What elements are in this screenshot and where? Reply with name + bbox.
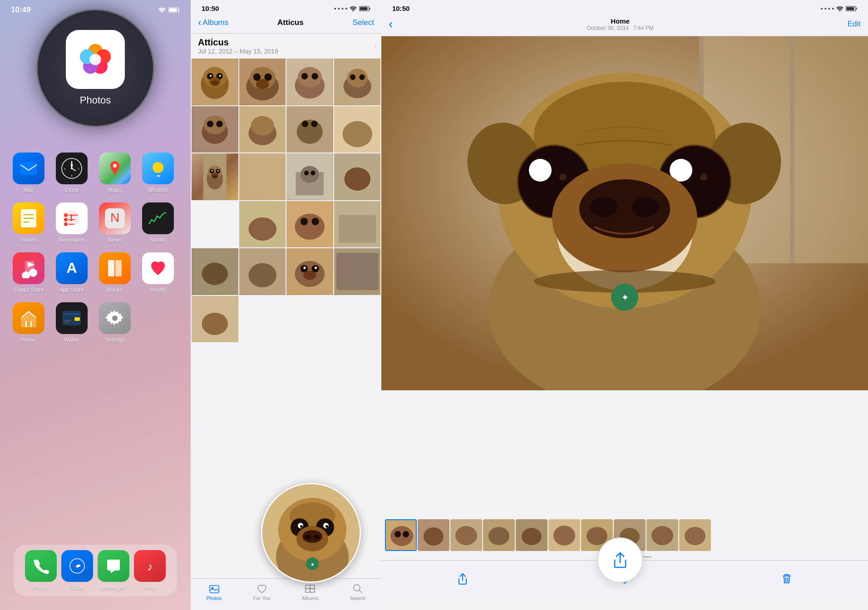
photo-cell-10[interactable] [239, 153, 286, 200]
strip-photo-2[interactable] [418, 519, 449, 551]
share-button-circle[interactable] [597, 537, 643, 583]
albums-back-button[interactable]: ‹ Albums [198, 17, 228, 29]
delete-action[interactable] [773, 565, 800, 592]
photos-tab-icon [209, 583, 220, 594]
settings-icon [105, 309, 124, 328]
svg-point-204 [488, 527, 509, 545]
app-icon-maps[interactable]: Maps [95, 152, 134, 193]
app-icon-books[interactable]: Books [95, 252, 134, 293]
strip-photo-6[interactable] [548, 519, 580, 551]
dock-music[interactable]: ♪ Music [134, 550, 166, 591]
strip-photo-10[interactable] [679, 519, 711, 551]
svg-point-121 [295, 213, 325, 239]
photo-cell-20[interactable] [192, 296, 238, 343]
svg-point-51 [112, 315, 118, 321]
strip-photo-4[interactable] [483, 519, 515, 551]
strip-thumb-3 [450, 519, 482, 551]
dock-safari[interactable]: Safari [61, 550, 93, 591]
svg-rect-47 [63, 314, 81, 315]
svg-point-182 [529, 159, 552, 182]
photo-cell-17[interactable] [239, 248, 286, 295]
main-photo-area[interactable]: ✦ [381, 36, 868, 390]
app-icon-itunes[interactable]: iTunes Store [9, 252, 48, 293]
app-icon-wallet[interactable]: Wallet [52, 302, 91, 343]
pug-thumb-9 [192, 153, 238, 200]
photo-cell-2[interactable] [239, 59, 286, 105]
app-icon-notes[interactable]: Notes [9, 202, 48, 243]
strip-photo-selected[interactable] [385, 519, 417, 551]
albums-select-button[interactable]: Select [353, 18, 374, 27]
svg-point-80 [311, 73, 318, 79]
app-icon-health[interactable]: Health [138, 252, 177, 293]
svg-point-140 [202, 312, 228, 335]
app-label-stocks: Stocks [149, 237, 166, 243]
app-icon-clock[interactable]: 12 6 9 3 Clock [52, 152, 91, 193]
app-icon-weather[interactable]: ☁ Weather [138, 152, 177, 193]
svg-point-185 [700, 173, 707, 181]
svg-point-202 [455, 526, 477, 545]
app-icon-settings[interactable]: Settings [95, 302, 134, 343]
app-icon-stocks[interactable]: Stocks [138, 202, 177, 243]
photo-cell-4[interactable] [334, 59, 381, 105]
svg-point-89 [207, 120, 213, 127]
app-label-mail: Mail [23, 187, 33, 193]
photo-cell-12[interactable] [334, 153, 381, 200]
albums-status-right: • • • • [334, 5, 370, 12]
dock-phone[interactable]: Phone [25, 550, 57, 591]
share-action[interactable] [449, 565, 476, 592]
detail-edit-button[interactable]: Edit [848, 20, 861, 29]
photo-cell-8[interactable] [334, 106, 381, 153]
app-label-maps: Maps [108, 187, 121, 193]
app-icon-appstore[interactable]: A App Store [52, 252, 91, 293]
strip-photo-9[interactable] [646, 519, 678, 551]
svg-point-79 [301, 73, 308, 79]
photos-icon-large[interactable] [66, 30, 125, 89]
photo-cell-19[interactable] [334, 248, 381, 295]
svg-point-197 [395, 531, 401, 537]
svg-text:☁: ☁ [156, 173, 160, 177]
strip-thumb-4 [483, 519, 515, 551]
tab-albums-label: Albums [302, 595, 319, 601]
svg-point-155 [314, 535, 320, 539]
photo-cell-1[interactable] [192, 59, 238, 105]
clock-icon: 12 6 9 3 [60, 157, 83, 180]
photo-cell-5[interactable] [192, 106, 238, 153]
app-icon-reminders[interactable]: ! Reminders [52, 202, 91, 243]
dock-music-label: Music [143, 585, 157, 591]
dock-messages-label: Messages [101, 585, 126, 591]
dock-messages[interactable]: Messages [98, 550, 129, 591]
svg-point-198 [403, 531, 409, 537]
photo-cell-15[interactable] [334, 201, 381, 248]
tab-photos[interactable]: Photos [207, 583, 222, 601]
app-icon-news[interactable]: N News [95, 202, 134, 243]
tab-search[interactable]: Search [350, 583, 366, 601]
maps-pin [106, 160, 123, 177]
photo-cell-18[interactable] [286, 248, 333, 295]
photo-cell-14[interactable] [286, 201, 333, 248]
svg-point-78 [298, 67, 322, 87]
photo-cell-16[interactable] [192, 248, 238, 295]
photo-cell-13[interactable] [239, 201, 286, 248]
app-label-clock: Clock [64, 187, 78, 193]
photo-cell-11[interactable] [286, 153, 333, 200]
detail-back-button[interactable]: ‹ [389, 17, 393, 31]
svg-point-108 [212, 175, 217, 178]
main-pug-photo: ✦ [381, 36, 868, 390]
pug-thumb-19 [334, 248, 381, 295]
photo-cell-7[interactable] [286, 106, 333, 153]
albums-dots: • • • • [334, 5, 347, 12]
app-icon-home[interactable]: Home [9, 302, 48, 343]
albums-nav-bar: 10:50 • • • • ‹ Albums [191, 0, 381, 34]
albums-back-label[interactable]: Albums [202, 18, 228, 27]
photo-cell-3[interactable] [286, 59, 333, 105]
tab-albums[interactable]: Albums [302, 583, 319, 601]
tab-foryou[interactable]: For You [253, 583, 271, 601]
strip-thumb-1 [386, 520, 417, 551]
app-icon-mail[interactable]: Mail [9, 152, 48, 193]
strip-photo-5[interactable] [516, 519, 547, 551]
albums-tab-bar: Photos For You Albums Search [191, 578, 381, 610]
photo-cell-6[interactable] [239, 106, 286, 153]
svg-text:✦: ✦ [621, 293, 628, 302]
strip-photo-3[interactable] [450, 519, 482, 551]
photo-cell-9[interactable] [192, 153, 238, 200]
